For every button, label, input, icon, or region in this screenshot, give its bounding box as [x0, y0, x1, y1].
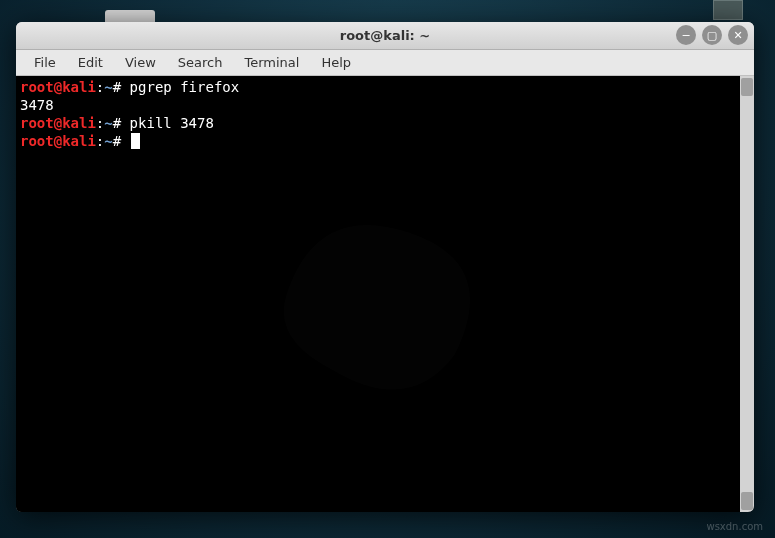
- close-button[interactable]: ✕: [728, 25, 748, 45]
- prompt-path: ~: [104, 115, 112, 131]
- terminal-window: root@kali: ~ − ▢ ✕ File Edit View Search…: [16, 22, 754, 512]
- menubar: File Edit View Search Terminal Help: [16, 50, 754, 76]
- scrollbar[interactable]: [740, 76, 754, 512]
- prompt-user: root@kali: [20, 79, 96, 95]
- menu-search[interactable]: Search: [168, 52, 233, 73]
- prompt-user: root@kali: [20, 115, 96, 131]
- menu-terminal[interactable]: Terminal: [234, 52, 309, 73]
- command-text: pgrep firefox: [130, 79, 240, 95]
- terminal-output: 3478: [20, 96, 736, 114]
- terminal-line: root@kali:~# pkill 3478: [20, 114, 736, 132]
- scroll-up-stepper[interactable]: [741, 78, 753, 96]
- menu-edit[interactable]: Edit: [68, 52, 113, 73]
- terminal-line: root@kali:~#: [20, 132, 736, 150]
- scroll-down-stepper[interactable]: [741, 492, 753, 510]
- prompt-symbol: #: [113, 79, 121, 95]
- menu-view[interactable]: View: [115, 52, 166, 73]
- desktop-doc-icon: [713, 0, 743, 20]
- prompt-symbol: #: [113, 133, 121, 149]
- cursor-block: [131, 133, 140, 149]
- titlebar[interactable]: root@kali: ~ − ▢ ✕: [16, 22, 754, 50]
- prompt-user: root@kali: [20, 133, 96, 149]
- menu-file[interactable]: File: [24, 52, 66, 73]
- window-controls: − ▢ ✕: [676, 25, 748, 45]
- prompt-path: ~: [104, 79, 112, 95]
- watermark-text: wsxdn.com: [706, 521, 763, 532]
- terminal-line: root@kali:~# pgrep firefox: [20, 78, 736, 96]
- window-title: root@kali: ~: [340, 28, 430, 43]
- prompt-path: ~: [104, 133, 112, 149]
- maximize-button[interactable]: ▢: [702, 25, 722, 45]
- terminal-area[interactable]: root@kali:~# pgrep firefox 3478 root@kal…: [16, 76, 740, 512]
- command-text: pkill 3478: [130, 115, 214, 131]
- menu-help[interactable]: Help: [311, 52, 361, 73]
- minimize-button[interactable]: −: [676, 25, 696, 45]
- prompt-symbol: #: [113, 115, 121, 131]
- terminal-container: root@kali:~# pgrep firefox 3478 root@kal…: [16, 76, 754, 512]
